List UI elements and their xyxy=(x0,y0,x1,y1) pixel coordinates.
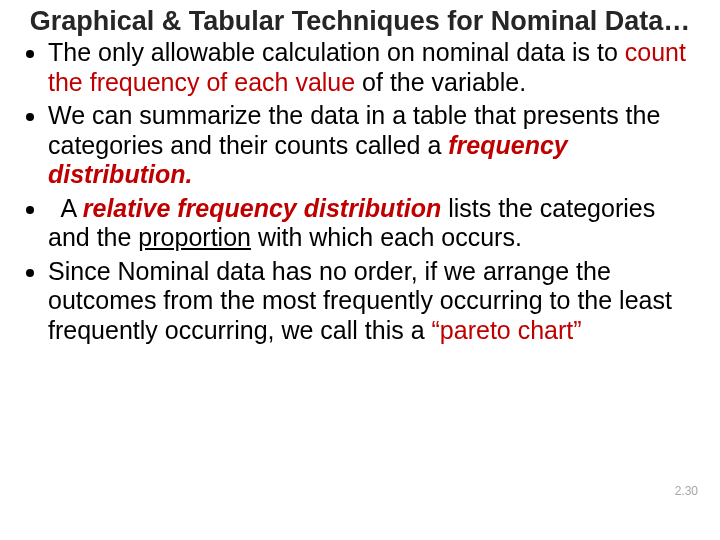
bullet-1: The only allowable calculation on nomina… xyxy=(48,38,702,97)
bullet-4: Since Nominal data has no order, if we a… xyxy=(48,257,702,346)
bullet-3-text-e: with which each occurs. xyxy=(251,223,522,251)
slide: Graphical & Tabular Techniques for Nomin… xyxy=(0,0,720,540)
page-number: 2.30 xyxy=(675,484,698,498)
bullet-3-emph: relative frequency distribution xyxy=(83,194,441,222)
bullet-list: The only allowable calculation on nomina… xyxy=(18,38,702,345)
bullet-1-text-a: The only allowable calculation on nomina… xyxy=(48,38,625,66)
bullet-1-text-c: of the variable. xyxy=(355,68,526,96)
bullet-2-text-a: We can summarize the data in a table tha… xyxy=(48,101,660,159)
bullet-2: We can summarize the data in a table tha… xyxy=(48,101,702,190)
slide-title: Graphical & Tabular Techniques for Nomin… xyxy=(18,6,702,36)
bullet-3: A relative frequency distribution lists … xyxy=(48,194,702,253)
bullet-3-text-a: A xyxy=(61,194,83,222)
bullet-3-underline: proportion xyxy=(138,223,251,251)
bullet-4-emph: “pareto chart” xyxy=(432,316,582,344)
